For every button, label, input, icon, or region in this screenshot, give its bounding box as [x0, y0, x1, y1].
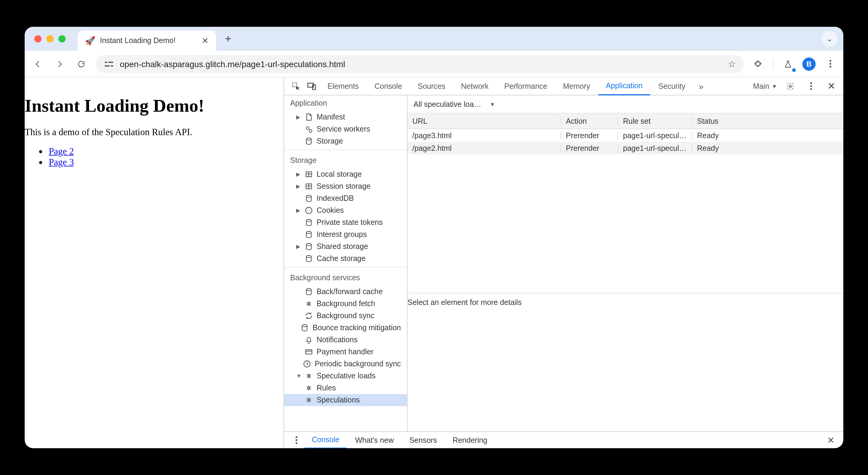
sidebar-item-speculative-loads[interactable]: ▼Speculative loads — [284, 370, 407, 382]
devtools-tab-network[interactable]: Network — [454, 77, 496, 95]
devtools-tab-application[interactable]: Application — [599, 78, 650, 95]
close-tab-icon[interactable]: ✕ — [202, 36, 209, 46]
col-status[interactable]: Status — [692, 117, 843, 125]
labs-icon[interactable] — [781, 57, 795, 71]
svg-point-8 — [309, 129, 312, 132]
sidebar-item-payment-handler[interactable]: Payment handler — [284, 346, 407, 358]
sidebar-item-bounce-tracking[interactable]: Bounce tracking mitigation — [284, 322, 407, 334]
svg-rect-2 — [105, 65, 110, 66]
devtools-tab-security[interactable]: Security — [651, 77, 692, 95]
url-text: open-chalk-asparagus.glitch.me/page1-url… — [120, 59, 345, 69]
devtools-tab-sources[interactable]: Sources — [410, 77, 453, 95]
devtools-body: Application ▶Manifest Service workers St… — [284, 95, 843, 432]
sidebar-item-storage[interactable]: Storage — [284, 135, 407, 147]
sidebar-item-service-workers[interactable]: Service workers — [284, 123, 407, 135]
sidebar-item-background-fetch[interactable]: Background fetch — [284, 298, 407, 310]
svg-rect-1 — [108, 61, 113, 63]
drawer-tab-rendering[interactable]: Rendering — [445, 432, 495, 448]
devtools-tab-elements[interactable]: Elements — [320, 77, 366, 95]
detail-hint: Select an element for more details — [407, 293, 843, 311]
sidebar-item-local-storage[interactable]: ▶Local storage — [284, 168, 407, 180]
page-link[interactable]: Page 3 — [49, 157, 74, 167]
extensions-icon[interactable] — [751, 57, 766, 71]
address-bar: open-chalk-asparagus.glitch.me/page1-url… — [25, 51, 843, 77]
svg-rect-3 — [111, 65, 113, 66]
bookmark-star-icon[interactable]: ☆ — [728, 58, 736, 69]
svg-point-15 — [309, 211, 310, 211]
table-header: URL Action Rule set Status — [407, 114, 843, 129]
divider — [773, 58, 774, 70]
more-tabs-icon[interactable]: » — [694, 81, 708, 91]
chevron-down-icon[interactable]: ⌄ — [822, 31, 837, 47]
devtools-tab-bar: Elements Console Sources Network Perform… — [284, 77, 843, 95]
tab-strip: 🚀 Instant Loading Demo! ✕ + ⌄ — [25, 27, 843, 51]
sidebar-item-periodic-sync[interactable]: Periodic background sync — [284, 358, 407, 370]
svg-point-6 — [789, 85, 792, 87]
minimize-window-button[interactable] — [46, 35, 54, 42]
sidebar-item-interest-groups[interactable]: Interest groups — [284, 229, 407, 240]
page-link[interactable]: Page 2 — [49, 146, 74, 156]
devtools-main: All speculative loa… ▼ URL Action Rule s… — [407, 95, 843, 432]
target-selector[interactable]: Main ▼ — [753, 82, 777, 90]
drawer-kebab-icon[interactable] — [289, 433, 303, 447]
new-tab-button[interactable]: + — [220, 30, 237, 47]
sidebar-item-indexeddb[interactable]: IndexedDB — [284, 192, 407, 204]
speculations-filter-dropdown[interactable]: All speculative loa… ▼ — [413, 100, 495, 108]
drawer-close-icon[interactable]: ✕ — [824, 435, 838, 445]
svg-point-18 — [306, 243, 311, 246]
close-window-button[interactable] — [34, 35, 41, 42]
sidebar-item-shared-storage[interactable]: ▶Shared storage — [284, 240, 407, 253]
speculations-table: URL Action Rule set Status /page3.html P… — [407, 114, 843, 154]
svg-point-21 — [303, 325, 307, 327]
devtools-drawer: Console What's new Sensors Rendering ✕ — [284, 432, 843, 448]
device-toggle-icon[interactable] — [305, 79, 319, 93]
col-action[interactable]: Action — [561, 117, 618, 125]
section-application: Application — [284, 95, 407, 111]
browser-tab[interactable]: 🚀 Instant Loading Demo! ✕ — [78, 30, 216, 51]
back-button[interactable] — [31, 57, 45, 71]
reload-button[interactable] — [74, 57, 89, 71]
page-link-list: Page 2 Page 3 — [25, 146, 283, 168]
section-storage: Storage — [284, 153, 407, 168]
sidebar-item-speculations[interactable]: Speculations — [284, 394, 407, 406]
col-ruleset[interactable]: Rule set — [618, 117, 692, 125]
table-row[interactable]: /page2.html Prerender page1-url-specul… … — [407, 142, 843, 154]
forward-button[interactable] — [52, 57, 67, 71]
tab-title: Instant Loading Demo! — [100, 36, 176, 45]
site-settings-icon[interactable] — [104, 60, 114, 68]
devtools-kebab-icon[interactable] — [804, 79, 818, 93]
devtools-tab-performance[interactable]: Performance — [497, 77, 554, 95]
sidebar-item-cache-storage[interactable]: Cache storage — [284, 253, 407, 265]
page-heading: Instant Loading Demo! — [25, 95, 283, 116]
table-row[interactable]: /page3.html Prerender page1-url-specul… … — [407, 129, 843, 142]
inspect-icon[interactable] — [289, 79, 303, 93]
devtools-tab-console[interactable]: Console — [367, 77, 409, 95]
devtools-close-icon[interactable]: ✕ — [824, 79, 838, 93]
col-url[interactable]: URL — [407, 117, 561, 125]
sidebar-item-background-sync[interactable]: Background sync — [284, 310, 407, 322]
sidebar-item-session-storage[interactable]: ▶Session storage — [284, 180, 407, 192]
rocket-icon: 🚀 — [85, 36, 95, 46]
drawer-tab-sensors[interactable]: Sensors — [402, 432, 444, 448]
sidebar-item-cookies[interactable]: ▶Cookies — [284, 204, 407, 216]
svg-point-14 — [307, 209, 308, 210]
application-sidebar: Application ▶Manifest Service workers St… — [284, 95, 407, 432]
window-controls — [34, 35, 66, 42]
sidebar-item-manifest[interactable]: ▶Manifest — [284, 111, 407, 123]
devtools-tab-memory[interactable]: Memory — [556, 77, 597, 95]
toolbar-right: B — [751, 57, 837, 71]
sidebar-item-private-state-tokens[interactable]: Private state tokens — [284, 216, 407, 229]
sidebar-item-rules[interactable]: Rules — [284, 382, 407, 394]
url-input[interactable]: open-chalk-asparagus.glitch.me/page1-url… — [96, 55, 744, 73]
maximize-window-button[interactable] — [58, 35, 66, 42]
settings-gear-icon[interactable] — [783, 79, 798, 93]
svg-rect-0 — [105, 61, 107, 63]
menu-kebab-icon[interactable] — [823, 57, 837, 71]
sidebar-item-notifications[interactable]: Notifications — [284, 334, 407, 346]
drawer-tab-console[interactable]: Console — [305, 432, 347, 448]
drawer-tab-whatsnew[interactable]: What's new — [348, 432, 401, 448]
sidebar-item-bfcache[interactable]: Back/forward cache — [284, 286, 407, 298]
page-body: Instant Loading Demo! This is a demo of … — [25, 77, 283, 448]
profile-avatar[interactable]: B — [802, 57, 816, 70]
svg-point-20 — [306, 289, 311, 291]
